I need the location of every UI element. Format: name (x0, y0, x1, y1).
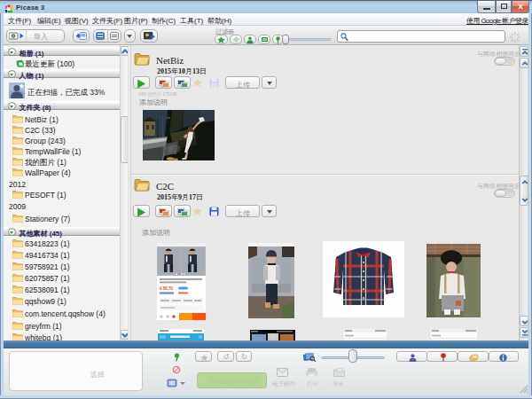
svg-text:¥ 86.70: ¥ 86.70 (160, 286, 174, 291)
